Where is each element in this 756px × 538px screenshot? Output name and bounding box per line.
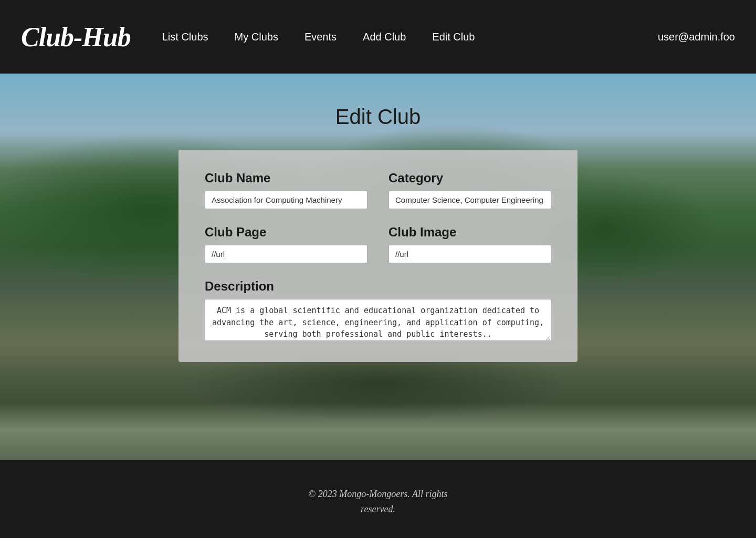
form-grid: Club Name Category Club Page Club Image <box>205 171 551 341</box>
club-name-group: Club Name <box>205 171 368 209</box>
club-image-label: Club Image <box>388 225 551 240</box>
club-name-label: Club Name <box>205 171 368 185</box>
club-page-group: Club Page <box>205 225 368 263</box>
club-page-label: Club Page <box>205 225 368 240</box>
description-label: Description <box>205 279 551 294</box>
club-name-input[interactable] <box>205 191 368 209</box>
nav-events[interactable]: Events <box>304 31 337 43</box>
club-image-group: Club Image <box>388 225 551 263</box>
category-label: Category <box>388 171 551 185</box>
hero-section: Edit Club Club Name Category Club Page <box>0 74 756 460</box>
description-textarea[interactable] <box>205 299 551 341</box>
brand-logo[interactable]: Club-Hub <box>21 22 131 53</box>
footer-line2: reserved. <box>361 504 395 514</box>
category-input[interactable] <box>388 191 551 209</box>
category-group: Category <box>388 171 551 209</box>
nav-list-clubs[interactable]: List Clubs <box>162 31 208 43</box>
footer-line1: © 2023 Mongo-Mongoers. All rights <box>309 489 448 499</box>
nav-add-club[interactable]: Add Club <box>363 31 406 43</box>
hero-content: Edit Club Club Name Category Club Page <box>0 74 756 362</box>
nav-my-clubs[interactable]: My Clubs <box>235 31 278 43</box>
club-image-input[interactable] <box>388 245 551 263</box>
navbar: Club-Hub List Clubs My Clubs Events Add … <box>0 0 756 74</box>
footer: © 2023 Mongo-Mongoers. All rights reserv… <box>0 460 756 538</box>
nav-links: List Clubs My Clubs Events Add Club Edit… <box>162 31 658 43</box>
nav-edit-club[interactable]: Edit Club <box>432 31 475 43</box>
description-group: Description <box>205 279 551 341</box>
page-title: Edit Club <box>335 105 421 129</box>
edit-club-form: Club Name Category Club Page Club Image <box>178 150 578 362</box>
user-display: user@admin.foo <box>658 31 735 43</box>
club-page-input[interactable] <box>205 245 368 263</box>
footer-text: © 2023 Mongo-Mongoers. All rights reserv… <box>0 487 756 517</box>
